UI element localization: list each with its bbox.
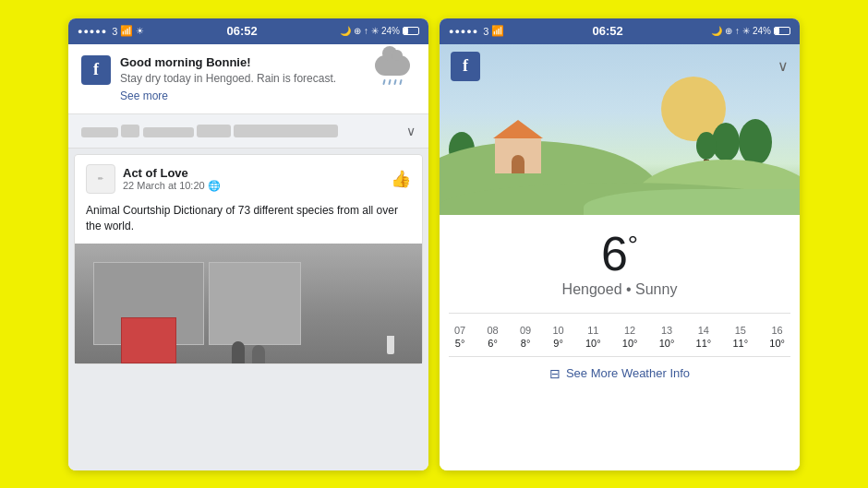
bluetooth-icon: ✳ <box>371 26 379 36</box>
globe-icon: 🌐 <box>208 180 221 191</box>
bluetooth-icon-r: ✳ <box>742 26 750 36</box>
hour-label-09: 09 <box>520 325 531 336</box>
hour-item-09: 09 8° <box>520 325 531 349</box>
phone2-content: f ∨ <box>440 44 800 470</box>
see-more-link[interactable]: See more <box>120 89 360 102</box>
degree-symbol: ° <box>628 230 638 258</box>
post-date: 22 March at 10:20 🌐 <box>123 180 391 192</box>
extra-icon: ☀ <box>136 26 144 36</box>
post-body: Animal Courtship Dictionary of 73 differ… <box>75 203 422 244</box>
hour-temp-12: 10° <box>622 338 638 349</box>
hour-label-13: 13 <box>661 325 672 336</box>
hour-temp-08: 6° <box>488 338 498 349</box>
and-text: and <box>121 125 139 137</box>
weather-fb-header: f ∨ <box>451 52 789 81</box>
status-bar-right: ●●●●● 3 📶 06:52 🌙 ⊕ ↑ ✳ 24% <box>440 18 800 44</box>
wifi-icon: 📶 <box>120 25 133 37</box>
moon-icon-r: 🌙 <box>711 26 722 36</box>
house-icon <box>495 138 541 173</box>
location-icon: ⊕ <box>354 26 361 36</box>
hour-item-12: 12 10° <box>622 325 638 349</box>
time-left: 06:52 <box>227 24 258 38</box>
shared-page-name: Act of Love's video. <box>234 125 338 137</box>
weather-chevron-icon[interactable]: ∨ <box>778 57 789 75</box>
phone1-content: f Good morning Bonnie! Stay dry today in… <box>68 44 428 470</box>
temperature-display: 6° <box>601 230 638 278</box>
rain-icon-area <box>369 55 416 85</box>
arrow-icon-r: ↑ <box>735 26 740 36</box>
rain-cloud-icon <box>372 55 413 85</box>
hour-item-14: 14 11° <box>696 325 712 349</box>
network-type: 3 <box>112 26 117 37</box>
battery-icon-right <box>774 27 790 35</box>
weather-location: Hengoed • Sunny <box>562 281 678 298</box>
hour-item-13: 13 10° <box>659 325 675 349</box>
page-name: Act of Love <box>123 166 391 180</box>
hour-label-10: 10 <box>552 325 563 336</box>
status-right-left: ●●●●● 3 📶 <box>449 25 504 37</box>
shared-label: shared <box>197 125 231 137</box>
post-header: ✏ Act of Love 22 March at 10:20 🌐 👍 <box>75 155 422 203</box>
post-card: ✏ Act of Love 22 March at 10:20 🌐 👍 Anim… <box>74 154 423 364</box>
hour-label-08: 08 <box>487 325 498 336</box>
signal-icon-r: ●●●●● <box>449 27 478 36</box>
time-right: 06:52 <box>593 24 623 38</box>
see-more-weather-button[interactable]: ⊟ See More Weather Info <box>449 356 790 390</box>
wifi-icon-r: 📶 <box>491 25 504 37</box>
moon-icon: 🌙 <box>340 26 351 36</box>
battery-pct-r: 24% <box>753 26 771 36</box>
hour-temp-09: 8° <box>521 338 531 349</box>
blurred-name-1 <box>81 127 118 137</box>
notif-body: Stay dry today in Hengoed. Rain is forec… <box>120 71 360 87</box>
hourly-forecast: 07 5° 08 6° 09 8° 10 9° <box>449 313 790 349</box>
hour-temp-14: 11° <box>696 338 712 349</box>
hour-temp-07: 5° <box>455 338 465 349</box>
like-button[interactable]: 👍 <box>391 169 411 189</box>
status-left: ●●●●● 3 📶 ☀ <box>78 25 144 37</box>
hour-temp-11: 10° <box>585 338 601 349</box>
shared-post-header: and shared Act of Love's video. ∨ <box>68 114 428 149</box>
post-meta: Act of Love 22 March at 10:20 🌐 <box>123 166 391 192</box>
hour-temp-16: 10° <box>769 338 785 349</box>
hour-label-11: 11 <box>587 325 598 336</box>
notif-title: Good morning Bonnie! <box>120 55 360 69</box>
arrow-icon: ↑ <box>364 26 368 36</box>
temp-value: 6 <box>601 227 628 280</box>
hour-item-16: 16 10° <box>769 325 785 349</box>
right-phone: ●●●●● 3 📶 06:52 🌙 ⊕ ↑ ✳ 24% <box>440 18 800 470</box>
weather-scene: f ∨ <box>440 44 800 215</box>
weather-info: 6° Hengoed • Sunny 07 5° 08 6° 09 8° <box>440 215 800 470</box>
hour-label-16: 16 <box>772 325 783 336</box>
hour-item-15: 15 11° <box>732 325 748 349</box>
hour-item-10: 10 9° <box>552 325 563 349</box>
chevron-icon[interactable]: ∨ <box>406 124 416 138</box>
hour-label-14: 14 <box>698 325 709 336</box>
hour-item-08: 08 6° <box>487 325 498 349</box>
hour-temp-10: 9° <box>553 338 563 349</box>
blurred-name-2 <box>143 127 194 137</box>
see-more-weather-text: See More Weather Info <box>566 366 690 380</box>
hour-temp-15: 11° <box>732 338 748 349</box>
post-image <box>75 244 422 363</box>
hour-item-11: 11 10° <box>585 325 601 349</box>
network-type-r: 3 <box>483 26 488 37</box>
status-right-left: 🌙 ⊕ ↑ ✳ 24% <box>340 26 419 36</box>
hour-label-12: 12 <box>624 325 635 336</box>
hour-item-07: 07 5° <box>454 325 465 349</box>
page-avatar: ✏ <box>86 164 115 194</box>
status-right-right: 🌙 ⊕ ↑ ✳ 24% <box>711 26 790 36</box>
see-more-weather-icon: ⊟ <box>549 366 561 381</box>
hour-label-07: 07 <box>454 325 465 336</box>
battery-pct: 24% <box>381 26 400 36</box>
weather-notification[interactable]: f Good morning Bonnie! Stay dry today in… <box>68 44 428 115</box>
hour-temp-13: 10° <box>659 338 675 349</box>
signal-icon: ●●●●● <box>78 27 107 36</box>
shared-text: and shared Act of Love's video. <box>81 125 338 137</box>
facebook-icon-right: f <box>451 52 480 81</box>
notification-text: Good morning Bonnie! Stay dry today in H… <box>120 55 360 103</box>
hour-label-15: 15 <box>735 325 746 336</box>
status-bar-left: ●●●●● 3 📶 ☀ 06:52 🌙 ⊕ ↑ ✳ 24% <box>68 18 428 44</box>
battery-icon-left <box>403 27 419 35</box>
left-phone: ●●●●● 3 📶 ☀ 06:52 🌙 ⊕ ↑ ✳ 24% f <box>68 18 428 470</box>
facebook-icon-left: f <box>81 55 111 85</box>
